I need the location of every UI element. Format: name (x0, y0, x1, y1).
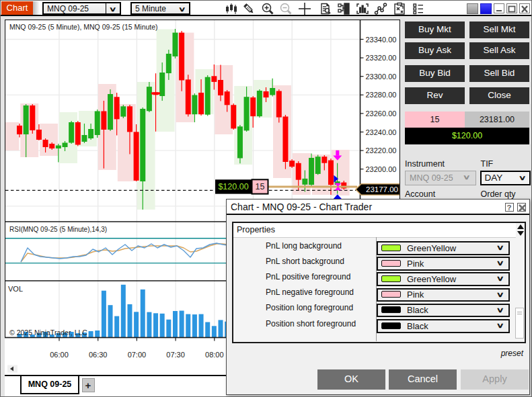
svg-text:07:30: 07:30 (166, 351, 185, 359)
svg-text:23200.00: 23200.00 (366, 165, 397, 173)
svg-text:23260.00: 23260.00 (366, 109, 397, 118)
svg-text:23300.00: 23300.00 (366, 73, 397, 81)
svg-text:07:00: 07:00 (128, 351, 147, 359)
svg-text:15: 15 (256, 182, 265, 191)
svg-text:06:00: 06:00 (50, 351, 69, 359)
svg-text:08:00: 08:00 (205, 351, 224, 359)
svg-text:© 2025 NinjaTrader, LLC: © 2025 NinjaTrader, LLC (9, 328, 87, 337)
svg-text:23220.00: 23220.00 (366, 146, 397, 155)
svg-text:$120.00: $120.00 (218, 182, 248, 191)
svg-text:MNQ 09-25 (5 Minute), MNQ 09-2: MNQ 09-25 (5 Minute), MNQ 09-25 (15 Minu… (9, 23, 158, 31)
svg-text:23340.00: 23340.00 (366, 36, 397, 44)
svg-text:23240.00: 23240.00 (366, 128, 397, 136)
svg-text:23280.00: 23280.00 (366, 91, 397, 99)
svg-text:23177.00: 23177.00 (366, 185, 398, 193)
svg-text:06:30: 06:30 (89, 351, 108, 359)
svg-text:RSI(MNQ 09-25 (5 Minute),14,3): RSI(MNQ 09-25 (5 Minute),14,3) (9, 226, 107, 233)
svg-text:VOL: VOL (8, 285, 23, 293)
svg-text:23320.00: 23320.00 (366, 54, 397, 62)
